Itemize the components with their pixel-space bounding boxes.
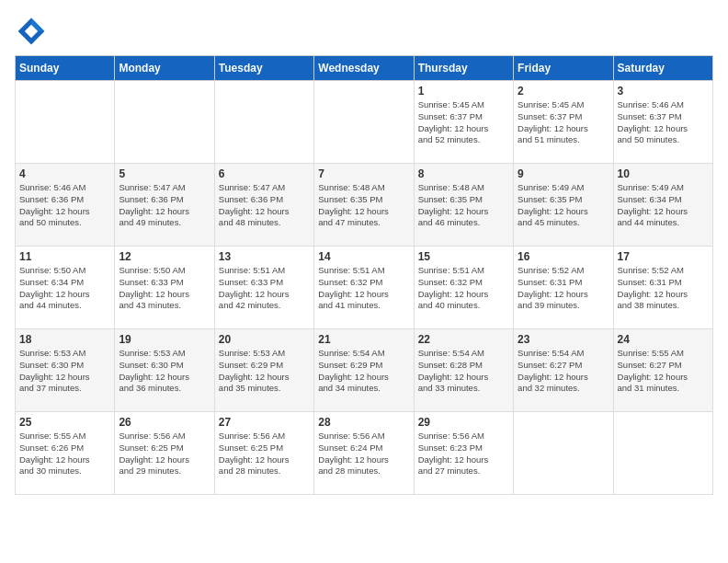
- calendar-cell: 27Sunrise: 5:56 AM Sunset: 6:25 PM Dayli…: [214, 412, 313, 495]
- calendar-cell: 5Sunrise: 5:47 AM Sunset: 6:36 PM Daylig…: [115, 164, 214, 247]
- day-number: 7: [318, 167, 409, 180]
- day-number: 1: [418, 85, 509, 98]
- day-number: 3: [618, 85, 709, 98]
- calendar-cell: 11Sunrise: 5:50 AM Sunset: 6:34 PM Dayli…: [16, 247, 115, 329]
- calendar-cell: 9Sunrise: 5:49 AM Sunset: 6:35 PM Daylig…: [514, 164, 613, 247]
- day-number: 21: [318, 333, 409, 346]
- calendar-cell: 28Sunrise: 5:56 AM Sunset: 6:24 PM Dayli…: [314, 412, 414, 495]
- day-number: 15: [418, 250, 509, 263]
- logo: [15, 15, 51, 48]
- calendar-table: SundayMondayTuesdayWednesdayThursdayFrid…: [15, 55, 713, 495]
- weekday-header-wednesday: Wednesday: [314, 56, 414, 81]
- day-info: Sunrise: 5:52 AM Sunset: 6:31 PM Dayligh…: [518, 265, 609, 312]
- day-number: 26: [119, 416, 210, 429]
- calendar-cell: [214, 81, 313, 164]
- calendar-week-5: 25Sunrise: 5:55 AM Sunset: 6:26 PM Dayli…: [16, 412, 713, 495]
- day-info: Sunrise: 5:49 AM Sunset: 6:35 PM Dayligh…: [518, 182, 609, 229]
- day-number: 25: [19, 416, 110, 429]
- calendar-cell: 3Sunrise: 5:46 AM Sunset: 6:37 PM Daylig…: [613, 81, 712, 164]
- day-info: Sunrise: 5:53 AM Sunset: 6:30 PM Dayligh…: [19, 348, 110, 395]
- day-number: 24: [618, 333, 709, 346]
- calendar-cell: [314, 81, 414, 164]
- calendar-cell: 21Sunrise: 5:54 AM Sunset: 6:29 PM Dayli…: [314, 329, 414, 412]
- calendar-cell: 13Sunrise: 5:51 AM Sunset: 6:33 PM Dayli…: [214, 247, 313, 329]
- calendar-cell: 15Sunrise: 5:51 AM Sunset: 6:32 PM Dayli…: [414, 247, 513, 329]
- day-number: 18: [19, 333, 110, 346]
- day-info: Sunrise: 5:50 AM Sunset: 6:33 PM Dayligh…: [119, 265, 210, 312]
- calendar-cell: 17Sunrise: 5:52 AM Sunset: 6:31 PM Dayli…: [613, 247, 712, 329]
- day-info: Sunrise: 5:50 AM Sunset: 6:34 PM Dayligh…: [19, 265, 110, 312]
- calendar-cell: 4Sunrise: 5:46 AM Sunset: 6:36 PM Daylig…: [16, 164, 115, 247]
- day-number: 9: [518, 167, 609, 180]
- day-info: Sunrise: 5:53 AM Sunset: 6:29 PM Dayligh…: [219, 348, 310, 395]
- day-info: Sunrise: 5:51 AM Sunset: 6:32 PM Dayligh…: [318, 265, 409, 312]
- day-info: Sunrise: 5:54 AM Sunset: 6:28 PM Dayligh…: [418, 348, 509, 395]
- calendar-cell: 20Sunrise: 5:53 AM Sunset: 6:29 PM Dayli…: [214, 329, 313, 412]
- day-info: Sunrise: 5:48 AM Sunset: 6:35 PM Dayligh…: [418, 182, 509, 229]
- day-info: Sunrise: 5:47 AM Sunset: 6:36 PM Dayligh…: [119, 182, 210, 229]
- day-info: Sunrise: 5:53 AM Sunset: 6:30 PM Dayligh…: [119, 348, 210, 395]
- calendar-cell: [613, 412, 712, 495]
- calendar-week-4: 18Sunrise: 5:53 AM Sunset: 6:30 PM Dayli…: [16, 329, 713, 412]
- calendar-cell: 29Sunrise: 5:56 AM Sunset: 6:23 PM Dayli…: [414, 412, 513, 495]
- calendar-cell: 25Sunrise: 5:55 AM Sunset: 6:26 PM Dayli…: [16, 412, 115, 495]
- calendar-cell: [16, 81, 115, 164]
- day-info: Sunrise: 5:51 AM Sunset: 6:32 PM Dayligh…: [418, 265, 509, 312]
- weekday-header-saturday: Saturday: [613, 56, 712, 81]
- day-number: 27: [219, 416, 310, 429]
- calendar-cell: 8Sunrise: 5:48 AM Sunset: 6:35 PM Daylig…: [414, 164, 513, 247]
- day-info: Sunrise: 5:46 AM Sunset: 6:36 PM Dayligh…: [19, 182, 110, 229]
- calendar-cell: 6Sunrise: 5:47 AM Sunset: 6:36 PM Daylig…: [214, 164, 313, 247]
- calendar-cell: 26Sunrise: 5:56 AM Sunset: 6:25 PM Dayli…: [115, 412, 214, 495]
- day-info: Sunrise: 5:56 AM Sunset: 6:25 PM Dayligh…: [119, 431, 210, 477]
- page-header: [15, 15, 713, 48]
- day-number: 19: [119, 333, 210, 346]
- calendar-cell: 2Sunrise: 5:45 AM Sunset: 6:37 PM Daylig…: [514, 81, 613, 164]
- day-number: 4: [19, 167, 110, 180]
- calendar-cell: 7Sunrise: 5:48 AM Sunset: 6:35 PM Daylig…: [314, 164, 414, 247]
- calendar-cell: 16Sunrise: 5:52 AM Sunset: 6:31 PM Dayli…: [514, 247, 613, 329]
- calendar-cell: 18Sunrise: 5:53 AM Sunset: 6:30 PM Dayli…: [16, 329, 115, 412]
- day-info: Sunrise: 5:52 AM Sunset: 6:31 PM Dayligh…: [618, 265, 709, 312]
- day-number: 5: [119, 167, 210, 180]
- day-info: Sunrise: 5:55 AM Sunset: 6:26 PM Dayligh…: [19, 431, 110, 477]
- weekday-header-friday: Friday: [514, 56, 613, 81]
- calendar-cell: [115, 81, 214, 164]
- calendar-week-3: 11Sunrise: 5:50 AM Sunset: 6:34 PM Dayli…: [16, 247, 713, 329]
- day-number: 29: [418, 416, 509, 429]
- weekday-header-thursday: Thursday: [414, 56, 513, 81]
- day-info: Sunrise: 5:45 AM Sunset: 6:37 PM Dayligh…: [518, 99, 609, 146]
- day-number: 6: [219, 167, 310, 180]
- calendar-week-2: 4Sunrise: 5:46 AM Sunset: 6:36 PM Daylig…: [16, 164, 713, 247]
- calendar-cell: 19Sunrise: 5:53 AM Sunset: 6:30 PM Dayli…: [115, 329, 214, 412]
- day-number: 16: [518, 250, 609, 263]
- day-info: Sunrise: 5:56 AM Sunset: 6:25 PM Dayligh…: [219, 431, 310, 477]
- day-info: Sunrise: 5:54 AM Sunset: 6:29 PM Dayligh…: [318, 348, 409, 395]
- weekday-header-tuesday: Tuesday: [214, 56, 313, 81]
- day-number: 8: [418, 167, 509, 180]
- day-info: Sunrise: 5:49 AM Sunset: 6:34 PM Dayligh…: [618, 182, 709, 229]
- day-number: 28: [318, 416, 409, 429]
- day-info: Sunrise: 5:54 AM Sunset: 6:27 PM Dayligh…: [518, 348, 609, 395]
- day-info: Sunrise: 5:56 AM Sunset: 6:24 PM Dayligh…: [318, 431, 409, 477]
- day-info: Sunrise: 5:51 AM Sunset: 6:33 PM Dayligh…: [219, 265, 310, 312]
- day-info: Sunrise: 5:46 AM Sunset: 6:37 PM Dayligh…: [618, 99, 709, 146]
- day-info: Sunrise: 5:48 AM Sunset: 6:35 PM Dayligh…: [318, 182, 409, 229]
- day-number: 17: [618, 250, 709, 263]
- weekday-header-sunday: Sunday: [16, 56, 115, 81]
- day-number: 14: [318, 250, 409, 263]
- day-info: Sunrise: 5:55 AM Sunset: 6:27 PM Dayligh…: [618, 348, 709, 395]
- day-number: 20: [219, 333, 310, 346]
- day-number: 10: [618, 167, 709, 180]
- day-info: Sunrise: 5:45 AM Sunset: 6:37 PM Dayligh…: [418, 99, 509, 146]
- calendar-week-1: 1Sunrise: 5:45 AM Sunset: 6:37 PM Daylig…: [16, 81, 713, 164]
- day-number: 11: [19, 250, 110, 263]
- day-number: 23: [518, 333, 609, 346]
- calendar-cell: 23Sunrise: 5:54 AM Sunset: 6:27 PM Dayli…: [514, 329, 613, 412]
- calendar-cell: 10Sunrise: 5:49 AM Sunset: 6:34 PM Dayli…: [613, 164, 712, 247]
- calendar-cell: 12Sunrise: 5:50 AM Sunset: 6:33 PM Dayli…: [115, 247, 214, 329]
- day-info: Sunrise: 5:47 AM Sunset: 6:36 PM Dayligh…: [219, 182, 310, 229]
- calendar-cell: 1Sunrise: 5:45 AM Sunset: 6:37 PM Daylig…: [414, 81, 513, 164]
- day-number: 2: [518, 85, 609, 98]
- weekday-header-monday: Monday: [115, 56, 214, 81]
